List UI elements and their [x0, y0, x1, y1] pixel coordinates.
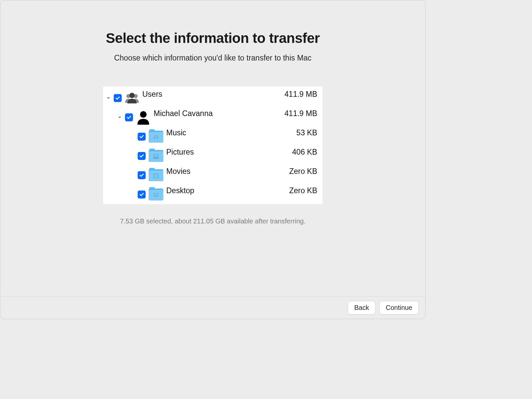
tree-size: Zero KB	[277, 186, 317, 195]
checkbox-users[interactable]	[114, 94, 122, 102]
tree-size: 411.9 MB	[277, 90, 317, 99]
tree-label: Music	[164, 128, 277, 137]
checkbox-user[interactable]	[125, 113, 133, 121]
checkbox-pictures[interactable]	[138, 152, 146, 160]
chevron-down-icon[interactable]	[116, 115, 123, 119]
tree-size: 406 KB	[277, 148, 317, 157]
tree-row-pictures[interactable]: Pictures 406 KB	[103, 146, 323, 166]
tree-size: 411.9 MB	[277, 109, 317, 118]
tree-size: 53 KB	[277, 128, 317, 137]
users-group-icon	[124, 92, 140, 104]
tree-label: Desktop	[164, 186, 277, 195]
header: Select the information to transfer Choos…	[0, 0, 425, 63]
tree-label: Users	[140, 90, 277, 99]
tree-row-users[interactable]: Users 411.9 MB	[103, 88, 323, 108]
continue-button[interactable]: Continue	[379, 301, 419, 315]
tree-size: Zero KB	[277, 167, 317, 176]
tree-label: Movies	[164, 167, 277, 176]
svg-point-2	[129, 93, 135, 98]
person-icon	[135, 110, 152, 125]
tree-row-movies[interactable]: Movies Zero KB	[103, 166, 323, 185]
page-subtitle: Choose which information you'd like to t…	[0, 54, 425, 63]
pictures-folder-icon	[148, 150, 164, 162]
checkbox-movies[interactable]	[138, 171, 146, 179]
back-button[interactable]: Back	[348, 301, 375, 315]
movies-folder-icon	[148, 169, 164, 181]
svg-rect-10	[154, 196, 158, 196]
transfer-tree-panel: Users 411.9 MB Michael Cavanna 411.9 MB	[103, 86, 323, 204]
svg-point-3	[140, 111, 147, 118]
svg-rect-6	[154, 174, 158, 178]
desktop-folder-icon	[148, 189, 164, 200]
tree-row-desktop[interactable]: Desktop Zero KB	[103, 185, 323, 204]
tree-row-user[interactable]: Michael Cavanna 411.9 MB	[103, 108, 323, 127]
music-folder-icon	[148, 131, 164, 143]
svg-point-5	[155, 155, 156, 156]
footer-bar: Back Continue	[0, 296, 425, 319]
checkbox-music[interactable]	[138, 133, 146, 141]
tree-label: Pictures	[164, 148, 277, 157]
page-title: Select the information to transfer	[0, 30, 425, 46]
tree-label: Michael Cavanna	[152, 109, 277, 118]
status-text: 7.53 GB selected, about 211.05 GB availa…	[0, 217, 425, 225]
migration-assistant-window: Select the information to transfer Choos…	[0, 0, 425, 319]
tree-row-music[interactable]: Music 53 KB	[103, 127, 323, 146]
chevron-down-icon[interactable]	[105, 96, 112, 100]
checkbox-desktop[interactable]	[138, 191, 146, 199]
